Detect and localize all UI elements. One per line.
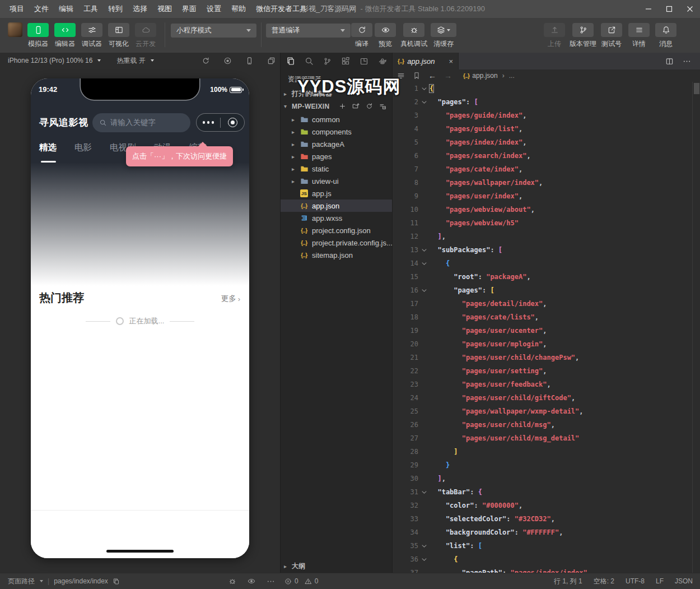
code-line-3[interactable]: 3 "pages/guide/index",: [393, 109, 692, 122]
mode-dropdown[interactable]: 小程序模式: [171, 24, 256, 38]
code-line-16[interactable]: 16 "pages": [: [393, 284, 692, 297]
vconsole-icon[interactable]: [228, 577, 236, 585]
close-button[interactable]: [679, 0, 700, 18]
fold-icon[interactable]: [418, 257, 430, 270]
tree-item-static[interactable]: ▸static: [281, 163, 392, 175]
code-line-12[interactable]: 12 ],: [393, 230, 692, 243]
project-root-section[interactable]: ▾ MP-WEIXIN: [281, 100, 392, 112]
code-line-15[interactable]: 15 "root": "packageA",: [393, 270, 692, 284]
code-line-26[interactable]: 26 "pages/user/child/msg",: [393, 418, 692, 432]
menu-item-4[interactable]: 转到: [103, 0, 128, 18]
fold-icon[interactable]: [418, 553, 430, 566]
code-line-33[interactable]: 33 "selectedColor": "#32CD32",: [393, 512, 692, 526]
search-icon[interactable]: [305, 57, 314, 66]
fold-icon[interactable]: [418, 485, 430, 499]
tree-item-app.wxss[interactable]: app.wxss: [281, 212, 392, 224]
copy-path-icon[interactable]: [113, 578, 120, 585]
device-frame-icon[interactable]: [245, 57, 254, 65]
fold-icon[interactable]: [418, 243, 430, 257]
menu-item-9[interactable]: 帮助: [226, 0, 251, 18]
menu-item-6[interactable]: 视图: [152, 0, 177, 18]
teapot-icon[interactable]: [378, 57, 387, 66]
maximize-button[interactable]: [659, 0, 679, 18]
code-line-5[interactable]: 5 "pages/index/index",: [393, 136, 692, 149]
bookmark-icon[interactable]: [413, 72, 421, 80]
code-line-34[interactable]: 34 "backgroundColor": "#FFFFFF",: [393, 526, 692, 539]
tree-item-app.js[interactable]: JSapp.js: [281, 187, 392, 200]
code-line-9[interactable]: 9 "pages/user/index",: [393, 189, 692, 203]
code-line-11[interactable]: 11 "pages/webview/h5": [393, 216, 692, 230]
code-line-4[interactable]: 4 "pages/guide/list",: [393, 122, 692, 136]
files-icon[interactable]: [286, 57, 295, 66]
back-icon[interactable]: ←: [428, 71, 436, 80]
exit-button[interactable]: [221, 118, 244, 127]
preview-icon[interactable]: [248, 577, 255, 585]
code-line-36[interactable]: 36 {: [393, 553, 692, 566]
code-line-2[interactable]: 2 "pages": [: [393, 95, 692, 109]
git-icon[interactable]: [323, 57, 332, 66]
code-line-17[interactable]: 17 "pages/detail/index",: [393, 297, 692, 310]
outline-section[interactable]: ▸ 大纲: [281, 560, 392, 572]
minimize-button[interactable]: [638, 0, 659, 18]
code-line-7[interactable]: 7 "pages/cate/index",: [393, 163, 692, 176]
code-line-35[interactable]: 35 "list": [: [393, 539, 692, 553]
detach-window-icon[interactable]: [267, 57, 276, 65]
code-line-22[interactable]: 22 "pages/user/setting",: [393, 364, 692, 378]
code-line-23[interactable]: 23 "pages/user/feedback",: [393, 378, 692, 391]
new-folder-icon[interactable]: [352, 103, 360, 110]
fold-icon[interactable]: [418, 82, 430, 95]
tab-app-json[interactable]: {..} app.json ×: [393, 53, 459, 69]
code-line-31[interactable]: 31 "tabBar": {: [393, 485, 692, 499]
menu-item-5[interactable]: 选择: [128, 0, 152, 18]
menu-item-3[interactable]: 工具: [78, 0, 103, 18]
more-icon[interactable]: [267, 577, 275, 586]
menu-item-2[interactable]: 编辑: [54, 0, 78, 18]
indent-setting[interactable]: 空格: 2: [594, 577, 614, 586]
tree-item-components[interactable]: ▸components: [281, 126, 392, 138]
tree-item-uview-ui[interactable]: ▸uview-ui: [281, 175, 392, 187]
phone-tab-电影[interactable]: 电影: [74, 142, 92, 156]
encoding[interactable]: UTF-8: [626, 577, 645, 585]
breadcrumb-more[interactable]: ...: [509, 72, 515, 80]
close-tab-icon[interactable]: ×: [449, 57, 453, 66]
menu-item-8[interactable]: 设置: [202, 0, 226, 18]
code-line-1[interactable]: 1{: [393, 82, 692, 95]
fold-icon[interactable]: [418, 284, 430, 297]
more-actions-icon[interactable]: [683, 57, 691, 66]
device-selector[interactable]: iPhone 12/13 (Pro) 100% 16: [8, 57, 101, 64]
screen-record-icon[interactable]: [223, 57, 232, 65]
code-line-28[interactable]: 28 ]: [393, 445, 692, 458]
code-line-32[interactable]: 32 "color": "#000000",: [393, 499, 692, 512]
tree-item-app.json[interactable]: {..}app.json: [281, 200, 392, 212]
code-line-18[interactable]: 18 "pages/cate/lists",: [393, 310, 692, 324]
code-line-37[interactable]: 37 "pagePath": "pages/index/index",: [393, 566, 692, 573]
code-line-13[interactable]: 13 "subPackages": [: [393, 243, 692, 257]
menu-item-1[interactable]: 文件: [29, 0, 54, 18]
compile-mode-dropdown[interactable]: 普通编译: [266, 24, 351, 38]
menu-item-0[interactable]: 项目: [4, 0, 29, 18]
outline-list-icon[interactable]: [397, 72, 405, 80]
problems-indicator[interactable]: 0 0: [284, 573, 318, 589]
split-editor-icon[interactable]: [665, 57, 674, 66]
more-menu-button[interactable]: [197, 121, 220, 124]
messages-button[interactable]: 消息: [646, 23, 686, 49]
extensions-icon[interactable]: [341, 57, 350, 66]
code-line-10[interactable]: 10 "pages/webview/about",: [393, 203, 692, 216]
tree-item-sitemap.json[interactable]: {..}sitemap.json: [281, 249, 392, 261]
code-line-30[interactable]: 30 ],: [393, 472, 692, 485]
menu-item-7[interactable]: 界面: [177, 0, 202, 18]
rotate-device-icon[interactable]: [202, 57, 210, 65]
phone-tab-精选[interactable]: 精选: [39, 142, 57, 156]
code-line-20[interactable]: 20 "pages/user/mplogin",: [393, 337, 692, 351]
refresh-explorer-icon[interactable]: [366, 103, 373, 110]
code-content[interactable]: 1{2 "pages": [3 "pages/guide/index",4 "p…: [393, 82, 692, 573]
open-editors-section[interactable]: ▸ 打开的编辑器: [281, 88, 392, 100]
fold-icon[interactable]: [418, 95, 430, 109]
code-line-24[interactable]: 24 "pages/user/child/giftCode",: [393, 391, 692, 405]
tree-item-common[interactable]: ▸common: [281, 113, 392, 126]
breadcrumb-file[interactable]: {..} app.json: [463, 72, 498, 80]
eol-setting[interactable]: LF: [656, 577, 664, 585]
explorer-more-actions[interactable]: …: [371, 71, 380, 80]
scrollbar-thumb[interactable]: [694, 83, 699, 94]
new-file-icon[interactable]: [339, 103, 346, 110]
